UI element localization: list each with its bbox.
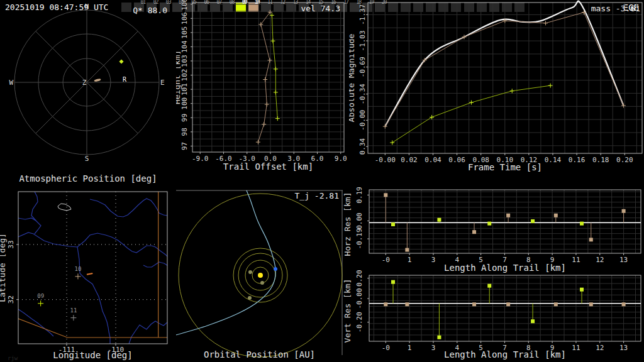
svg-text:W: W [9, 79, 13, 87]
svg-text:-0.20: -0.20 [355, 312, 364, 332]
svg-text:106: 106 [180, 0, 189, 11]
trail-xlabel: Trail Offset [km] [192, 162, 344, 172]
svg-text:32: 32 [7, 295, 15, 304]
svg-text:-0.19: -0.19 [355, 228, 364, 249]
svg-text:E: E [160, 79, 165, 87]
magnitude-xlabel: Frame Time [s] [368, 162, 642, 172]
svg-text:Latitude [deg]: Latitude [deg] [0, 233, 7, 302]
panel-ground-map: 100911-111-1103332Latitude [deg]rjw Long… [0, 185, 176, 362]
light-curve-plot: -0.000.020.040.060.080.100.120.140.160.1… [349, 0, 644, 170]
vert-res-plot: -013457891112130.20-0.00-0.20Vert Res [k… [343, 270, 644, 362]
svg-text:-0.00: -0.00 [355, 288, 364, 309]
panel-horz-res: -013457891112130.190.00-0.19Horz Res [km… [343, 185, 644, 272]
mass-value: mass -3.61 [591, 4, 640, 13]
svg-text:33: 33 [7, 240, 15, 248]
svg-text:09: 09 [37, 293, 44, 299]
svg-text:0.19: 0.19 [355, 187, 364, 204]
q-star-value: Q* 88.0 [133, 6, 167, 15]
svg-text:11: 11 [70, 307, 77, 314]
svg-text:106: 106 [180, 12, 189, 25]
app-window: 20251019 08:47:59 UTC 010203040506070809… [0, 0, 644, 362]
atmospheric-position-plot: NSEWZR [0, 0, 176, 170]
svg-text:N: N [85, 3, 89, 11]
svg-text:Z: Z [82, 79, 87, 87]
svg-text:Absolute Magnitude: Absolute Magnitude [349, 33, 356, 122]
svg-text:Horz Res [km]: Horz Res [km] [343, 192, 352, 256]
panel-atmospheric-position: NSEWZR Q* 88.0 Atmospheric Position [deg… [0, 0, 176, 170]
vert-res-xlabel: Length Along Trail [km] [369, 349, 641, 359]
orbit-plot [176, 185, 343, 362]
svg-text:-1.37: -1.37 [358, 4, 367, 25]
atmospheric-title: Atmospheric Position [deg] [0, 173, 176, 184]
svg-text:-1.03: -1.03 [358, 30, 367, 51]
ground-map-plot: 100911-111-1103332Latitude [deg]rjw [0, 185, 176, 362]
svg-text:105: 105 [180, 26, 189, 39]
tisserand-value: T_j -2.81 [295, 191, 339, 200]
panel-trail-offset: -9.0-6.0-3.00.03.06.09.01061061051041031… [176, 0, 349, 170]
map-xlabel: Longitude [deg] [18, 350, 167, 360]
trail-offset-plot: -9.0-6.0-3.00.03.06.09.01061061051041031… [176, 0, 349, 170]
panel-orbit: T_j -2.81 Orbital Position [AU] [176, 185, 343, 362]
panel-vert-res: -013457891112130.20-0.00-0.20Vert Res [k… [343, 270, 644, 362]
panel-light-curve: -0.000.020.040.060.080.100.120.140.160.1… [349, 0, 644, 170]
svg-text:98: 98 [180, 128, 189, 136]
svg-text:-0.34: -0.34 [358, 84, 367, 104]
orbit-title: Orbital Position [AU] [176, 349, 343, 359]
horz-res-plot: -013457891112130.190.00-0.19Horz Res [km… [343, 185, 644, 272]
svg-text:Vert Res [km]: Vert Res [km] [343, 279, 352, 343]
svg-text:0.20: 0.20 [355, 270, 364, 287]
svg-text:97: 97 [180, 142, 189, 150]
svg-text:Height [km]: Height [km] [176, 50, 182, 104]
svg-text:S: S [85, 155, 89, 163]
svg-text:-0.69: -0.69 [358, 57, 367, 77]
velocity-value: vel 74.3 [301, 4, 340, 13]
svg-text:0.34: 0.34 [358, 138, 367, 155]
svg-text:R: R [123, 76, 127, 83]
svg-text:10: 10 [75, 266, 82, 272]
svg-text:rjw: rjw [8, 355, 18, 361]
svg-text:99: 99 [180, 114, 189, 122]
svg-text:-0.00: -0.00 [358, 110, 367, 131]
svg-text:0.00: 0.00 [355, 212, 364, 229]
